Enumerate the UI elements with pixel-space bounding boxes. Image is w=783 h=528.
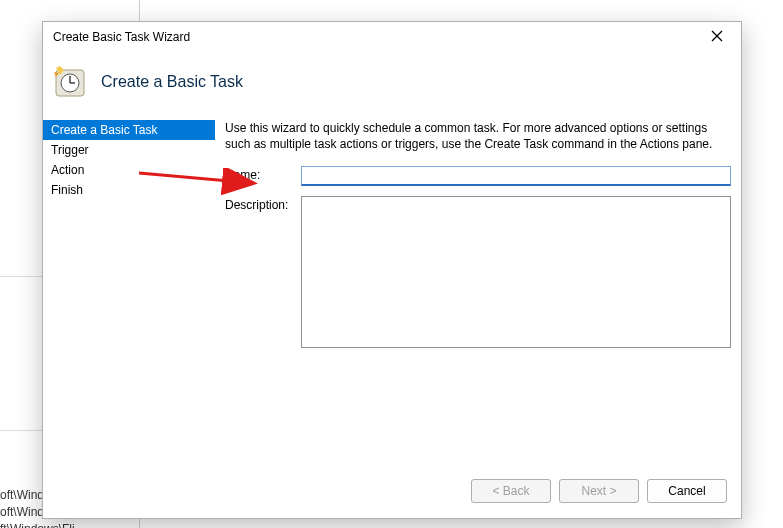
bg-tree-item: ft\Windows\Fli… bbox=[0, 522, 87, 528]
sidebar-item-label: Create a Basic Task bbox=[51, 123, 158, 137]
description-row: Description: bbox=[225, 196, 731, 348]
name-input[interactable] bbox=[301, 166, 731, 186]
close-icon bbox=[711, 30, 723, 42]
wizard-footer: < Back Next > Cancel bbox=[43, 470, 741, 518]
window-title: Create Basic Task Wizard bbox=[53, 28, 190, 44]
name-row: Name: bbox=[225, 166, 731, 186]
close-button[interactable] bbox=[703, 25, 731, 47]
sidebar-item-label: Trigger bbox=[51, 143, 89, 157]
sidebar-item-label: Finish bbox=[51, 183, 83, 197]
cancel-button[interactable]: Cancel bbox=[647, 479, 727, 503]
back-button[interactable]: < Back bbox=[471, 479, 551, 503]
wizard-body: Create a Basic Task Trigger Action Finis… bbox=[43, 114, 741, 470]
wizard-dialog: Create Basic Task Wizard Create a Basic … bbox=[42, 21, 742, 519]
titlebar: Create Basic Task Wizard bbox=[43, 22, 741, 50]
wizard-header: Create a Basic Task bbox=[43, 50, 741, 114]
sidebar-item-finish[interactable]: Finish bbox=[43, 180, 215, 200]
sidebar-item-label: Action bbox=[51, 163, 84, 177]
name-label: Name: bbox=[225, 166, 301, 182]
wizard-heading: Create a Basic Task bbox=[101, 73, 243, 91]
description-input[interactable] bbox=[301, 196, 731, 348]
sidebar-item-create-basic-task[interactable]: Create a Basic Task bbox=[43, 120, 215, 140]
sidebar-item-trigger[interactable]: Trigger bbox=[43, 140, 215, 160]
clock-wizard-icon bbox=[53, 65, 87, 99]
wizard-sidebar: Create a Basic Task Trigger Action Finis… bbox=[43, 114, 215, 470]
sidebar-item-action[interactable]: Action bbox=[43, 160, 215, 180]
wizard-main: Use this wizard to quickly schedule a co… bbox=[215, 114, 741, 470]
next-button[interactable]: Next > bbox=[559, 479, 639, 503]
description-label: Description: bbox=[225, 196, 301, 212]
intro-text: Use this wizard to quickly schedule a co… bbox=[225, 120, 731, 152]
